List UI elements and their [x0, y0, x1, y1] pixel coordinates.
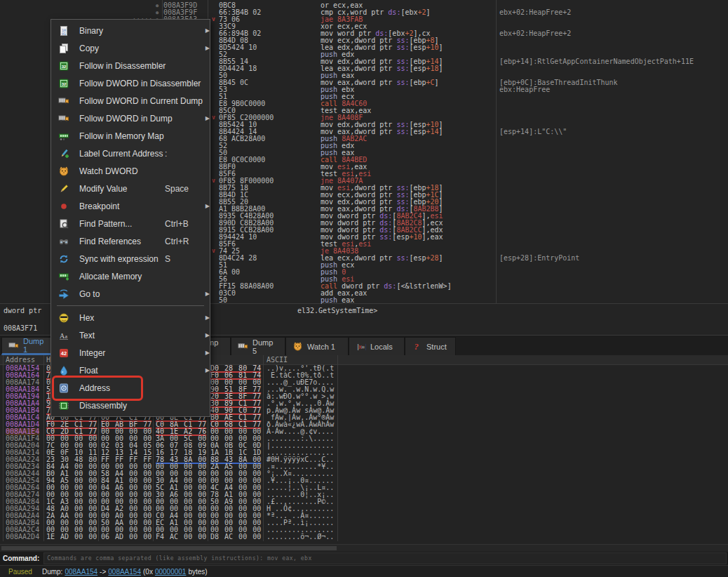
context-menu: 1001Binary▶Copy▶32Follow in Disassembler…	[50, 19, 210, 417]
menu-item-hex[interactable]: Hex▶	[51, 309, 210, 326]
submenu-arrow-icon: ▶	[201, 314, 210, 321]
jump-indicator-icon: v	[212, 114, 215, 121]
dump-hex-group: D8 AC 00 00	[210, 533, 261, 540]
row-bullet-icon: ●	[156, 2, 159, 9]
tab-watch-1[interactable]: Watch 1	[285, 337, 349, 355]
command-placeholder: Commands are comma separated (like assem…	[44, 555, 311, 562]
disasm-comment: ebx+02:HeapFree+2	[499, 30, 571, 37]
jump-indicator-icon: v	[212, 178, 215, 185]
disasm-row[interactable]: ●008A3F9F66:3B4B 02cmp cx,word ptr ds:[e…	[0, 9, 728, 16]
hex-icon	[58, 312, 69, 324]
menu-item-modify-value[interactable]: Modify ValueSpace	[51, 180, 210, 197]
menu-item-label: Follow DWORD in Disassembler	[79, 79, 165, 88]
command-input[interactable]: Commands are comma separated (like assem…	[43, 552, 727, 564]
chip-icon: 32	[58, 78, 69, 89]
menu-item-label: Integer	[79, 348, 165, 358]
disassembly-icon	[58, 400, 69, 411]
row-bullet-icon: ●	[156, 9, 159, 16]
dump-icon	[238, 341, 248, 352]
menu-item-address[interactable]: Address	[51, 379, 210, 397]
disasm-bytes: 50	[219, 297, 227, 304]
address-icon	[58, 383, 69, 394]
scrollbar-handle[interactable]	[1, 546, 337, 550]
menu-item-integer[interactable]: 42Integer▶	[51, 344, 210, 362]
submenu-arrow-icon: ▶	[201, 203, 210, 209]
menu-item-follow-dword-in-dump[interactable]: Follow DWORD in Dump▶	[51, 110, 210, 127]
menu-item-breakpoint[interactable]: Breakpoint▶	[51, 197, 210, 215]
disasm-comment: ebx+02:HeapFree+2	[499, 9, 571, 16]
menu-item-label: Modify Value	[79, 184, 165, 194]
submenu-arrow-icon: ▶	[201, 350, 210, 356]
dump-icon	[58, 113, 69, 124]
menu-item-sync-with-expression[interactable]: Sync with expressionS	[51, 250, 210, 267]
menu-item-allocate-memory[interactable]: Allocate Memory	[51, 267, 210, 285]
pencil-icon	[58, 183, 69, 194]
dump-icon	[8, 340, 19, 351]
status-bar: Paused Dump: 008AA154 -> 008AA154 (0x 00…	[0, 565, 728, 577]
menu-item-follow-dword-in-current-dump[interactable]: Follow DWORD in Current Dump	[51, 92, 210, 110]
menu-separator	[57, 305, 204, 306]
submenu-arrow-icon: ▶	[201, 367, 210, 373]
disasm-instruction: push eax	[321, 297, 354, 304]
tab-label: Locals	[370, 343, 393, 351]
svg-text:=|: =|	[361, 343, 366, 350]
dump-row[interactable]: 008AA2D41E AD 00 0006 AD 00 00F4 AC 00 0…	[0, 533, 728, 540]
struct-icon: ?	[412, 341, 422, 352]
integer-icon: 42	[58, 347, 69, 359]
menu-item-find-references[interactable]: Find ReferencesCtrl+R	[51, 232, 210, 250]
menu-item-follow-dword-in-disassembler[interactable]: 32Follow DWORD in Disassembler	[51, 74, 210, 92]
dump-address: 008AA2D4	[6, 533, 39, 540]
svg-text:32: 32	[62, 81, 67, 86]
menu-item-label: Find Pattern...	[79, 219, 165, 229]
menu-item-label: Follow DWORD in Current Dump	[79, 96, 165, 106]
jump-indicator-icon: v	[212, 248, 215, 255]
tab-struct[interactable]: ?Struct	[405, 337, 456, 355]
menu-item-label: Disassembly	[79, 401, 165, 411]
info-symbol-text: el32.GetSystemTime>	[297, 307, 377, 314]
menu-item-label-current-address[interactable]: Label Current Address:	[51, 145, 210, 162]
allocate-memory-icon	[58, 271, 69, 282]
submenu-arrow-icon: ▶	[201, 27, 210, 34]
menu-item-label: Text	[79, 331, 165, 340]
submenu-arrow-icon: ▶	[201, 45, 210, 51]
menu-item-label: Float	[79, 366, 165, 376]
svg-text:32: 32	[62, 64, 67, 68]
chip-icon: 32	[58, 60, 69, 72]
menu-item-watch-dword[interactable]: Watch DWORD	[51, 162, 210, 180]
dump-size-suffix: bytes)	[188, 568, 207, 576]
menu-item-float[interactable]: Float▶	[51, 362, 210, 379]
command-bar: Command: Commands are comma separated (l…	[0, 552, 728, 565]
menu-item-label: Copy	[79, 44, 165, 53]
submenu-arrow-icon: ▶	[201, 115, 210, 121]
dump-end-link[interactable]: 008AA154	[108, 568, 141, 576]
tab-label: Watch 1	[307, 343, 335, 351]
text-icon: Aa	[58, 330, 69, 341]
menu-item-copy[interactable]: Copy▶	[51, 39, 210, 57]
menu-item-find-pattern[interactable]: Find Pattern...Ctrl+B	[51, 215, 210, 232]
menu-item-go-to[interactable]: Go to▶	[51, 285, 210, 303]
menu-item-disassembly[interactable]: Disassembly	[51, 397, 210, 414]
menu-item-text[interactable]: AaText▶	[51, 326, 210, 344]
watch-icon	[58, 166, 69, 177]
dump-size-link[interactable]: 00000001	[155, 568, 187, 576]
tab-dump-1[interactable]: Dump 1	[1, 337, 53, 355]
tab-locals[interactable]: |x=|Locals	[349, 337, 405, 355]
menu-item-label: Address	[79, 383, 165, 393]
menu-item-shortcut: Ctrl+R	[165, 237, 201, 246]
binary-icon: 1001	[58, 25, 69, 37]
menu-item-follow-in-memory-map[interactable]: Follow in Memory Map	[51, 127, 210, 145]
dump-horizontal-scrollbar[interactable]	[0, 544, 728, 552]
menu-item-label: Go to	[79, 289, 165, 299]
dump-start-link[interactable]: 008AA154	[65, 568, 97, 576]
menu-item-label: Watch DWORD	[79, 166, 165, 176]
command-label: Command:	[0, 555, 39, 562]
disasm-comment: [ebp+14]:RtlGetAppContainerNamedObjectPa…	[499, 58, 694, 65]
submenu-arrow-icon: ▶	[201, 291, 210, 297]
svg-text:a: a	[65, 333, 68, 340]
memory-map-icon	[58, 131, 69, 142]
sync-icon	[58, 253, 69, 265]
tab-dump-5[interactable]: Dump 5	[231, 337, 285, 355]
menu-item-follow-in-disassembler[interactable]: 32Follow in Disassembler	[51, 57, 210, 74]
menu-item-binary[interactable]: 1001Binary▶	[51, 22, 210, 39]
disasm-comment: [esp+28]:EntryPoint	[499, 255, 579, 262]
